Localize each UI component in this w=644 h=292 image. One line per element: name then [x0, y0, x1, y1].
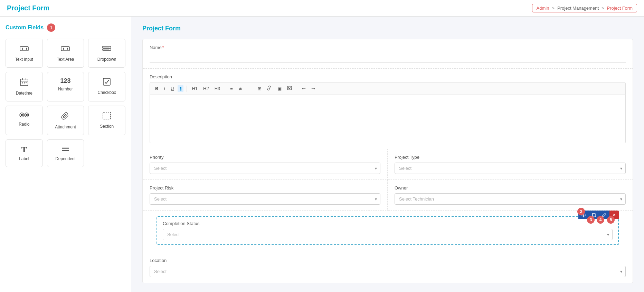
field-item-attachment[interactable]: Attachment [47, 106, 84, 135]
sidebar: Custom Fields 1 Text Input [0, 17, 131, 292]
label-icon: T [21, 145, 27, 154]
field-item-radio[interactable]: Radio [6, 106, 43, 135]
svg-rect-23 [103, 78, 110, 85]
section-toolbar: ✕ [578, 211, 619, 219]
underline-button[interactable]: U [169, 85, 176, 92]
completion-status-section-wrapper: ✕ 2 3 4 5 Completion Status Select [143, 211, 633, 252]
main-content: Project Form Name* Description B I U ¶ H… [131, 17, 644, 292]
italic-button[interactable]: I [162, 85, 167, 92]
breadcrumb-admin[interactable]: Admin [537, 6, 549, 11]
text-area-icon [60, 45, 70, 54]
project-risk-select-wrapper: Select ▾ [150, 193, 380, 205]
checkbox-icon [103, 78, 111, 87]
owner-field: Owner Select Technician ▾ [388, 180, 633, 211]
section-move-button[interactable] [578, 211, 589, 219]
field-item-radio-label: Radio [19, 122, 29, 127]
field-item-dependent[interactable]: Dependent [47, 139, 84, 167]
field-grid: Text Input Text Area [6, 39, 125, 167]
priority-select-wrapper: Select ▾ [150, 163, 380, 174]
completion-status-highlighted: ✕ 2 3 4 5 Completion Status Select [157, 216, 619, 245]
section-edit-button[interactable] [599, 211, 609, 219]
number-icon: 123 [60, 78, 70, 84]
owner-select[interactable]: Select Technician [395, 193, 626, 205]
name-label: Name* [150, 45, 626, 50]
datetime-icon [20, 78, 29, 88]
owner-label: Owner [395, 185, 626, 191]
image-button[interactable] [285, 85, 294, 93]
hr-button[interactable]: — [246, 85, 254, 92]
link-button[interactable] [265, 85, 274, 93]
breadcrumb-sep2: > [602, 6, 604, 11]
h1-button[interactable]: H1 [190, 85, 199, 92]
svg-rect-5 [61, 47, 69, 51]
field-item-number[interactable]: 123 Number [47, 72, 84, 101]
svg-point-27 [26, 114, 28, 116]
field-item-checkbox-label: Checkbox [97, 90, 116, 95]
project-type-select[interactable]: Select [395, 163, 626, 174]
h2-button[interactable]: H2 [201, 85, 211, 92]
field-item-text-area-label: Text Area [57, 57, 74, 62]
redo-button[interactable]: ↪ [310, 85, 317, 92]
table-button[interactable]: ⊞ [256, 85, 263, 92]
project-risk-field: Project Risk Select ▾ [143, 180, 388, 211]
location-select[interactable]: Select [150, 266, 626, 277]
paragraph-button[interactable]: ¶ [178, 85, 183, 92]
form-section: Name* Description B I U ¶ H1 H2 H3 ≡ [142, 39, 633, 283]
ul-button[interactable]: ≡ [228, 85, 235, 92]
field-item-number-label: Number [58, 87, 73, 91]
owner-select-wrapper: Select Technician ▾ [395, 193, 626, 205]
video-button[interactable]: ▣ [276, 85, 283, 92]
project-type-field: Project Type Select ▾ [388, 149, 633, 180]
h3-button[interactable]: H3 [213, 85, 222, 92]
bold-button[interactable]: B [153, 85, 160, 92]
breadcrumb: Admin > Project Management > Project For… [532, 4, 637, 12]
completion-status-select-wrapper: Select ▾ [163, 229, 613, 240]
completion-status-select[interactable]: Select [163, 229, 613, 240]
field-item-checkbox[interactable]: Checkbox [88, 72, 125, 101]
page-header: Project Form Admin > Project Management … [0, 0, 644, 17]
toolbar-sep-2 [225, 86, 225, 92]
field-item-section[interactable]: Section [88, 106, 125, 135]
ol-button[interactable]: ≢ [237, 85, 244, 92]
field-item-dropdown[interactable]: Dropdown [88, 39, 125, 68]
completion-status-label: Completion Status [163, 221, 613, 226]
svg-rect-0 [20, 47, 28, 51]
project-risk-select[interactable]: Select [150, 193, 380, 205]
radio-icon [19, 111, 29, 119]
name-field: Name* [143, 39, 633, 69]
breadcrumb-project-management[interactable]: Project Management [557, 6, 599, 11]
field-item-text-input[interactable]: Text Input [6, 39, 43, 68]
priority-project-type-row: Priority Select ▾ Project Type Select [143, 149, 633, 180]
sidebar-header: Custom Fields 1 [6, 23, 125, 32]
rich-editor-body[interactable] [150, 95, 626, 143]
section-delete-button[interactable]: ✕ [609, 211, 619, 219]
breadcrumb-sep1: > [552, 6, 555, 11]
location-select-wrapper: Select ▾ [150, 266, 626, 277]
undo-button[interactable]: ↩ [300, 85, 307, 92]
field-item-text-input-label: Text Input [15, 57, 33, 62]
field-item-label-label: Label [19, 156, 29, 161]
field-item-attachment-label: Attachment [55, 125, 76, 129]
field-item-dropdown-label: Dropdown [97, 57, 116, 62]
field-item-section-label: Section [100, 124, 114, 129]
toolbar-sep-1 [187, 86, 187, 92]
location-field: Location Select ▾ [143, 252, 633, 283]
section-copy-button[interactable] [589, 211, 599, 219]
project-type-label: Project Type [395, 155, 626, 160]
breadcrumb-current: Project Form [607, 6, 633, 11]
name-input[interactable] [150, 53, 626, 63]
svg-point-25 [21, 114, 23, 116]
dependent-icon [61, 145, 70, 154]
project-risk-label: Project Risk [150, 185, 380, 191]
field-item-text-area[interactable]: Text Area [47, 39, 84, 68]
priority-label: Priority [150, 155, 380, 160]
description-label: Description [150, 74, 626, 79]
field-item-datetime[interactable]: Datetime [6, 72, 43, 101]
priority-select[interactable]: Select [150, 163, 380, 174]
location-label: Location [150, 258, 626, 263]
main-layout: Custom Fields 1 Text Input [0, 17, 644, 292]
field-item-dependent-label: Dependent [55, 156, 76, 161]
field-item-label[interactable]: T Label [6, 139, 43, 167]
dropdown-icon [102, 45, 112, 54]
svg-point-33 [288, 87, 289, 88]
